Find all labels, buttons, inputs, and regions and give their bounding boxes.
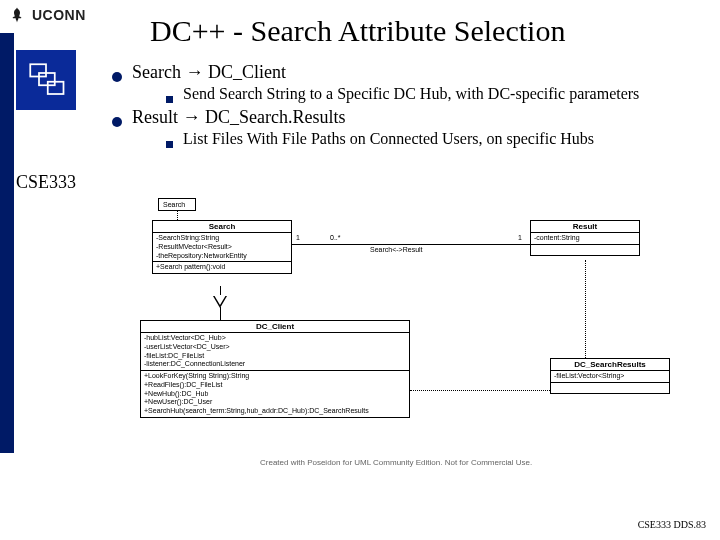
uml-diagram: Search Search -SearchString:String -Resu… bbox=[150, 198, 690, 478]
uml-attrs: -hubList:Vector<DC_Hub> -userList:Vector… bbox=[141, 333, 409, 371]
bullet-lhs: Search bbox=[132, 62, 181, 82]
slide-title: DC++ - Search Attribute Selection bbox=[150, 14, 565, 48]
bullet-content: Search → DC_Client Send Search String to… bbox=[112, 62, 712, 152]
header: UCONN bbox=[8, 6, 86, 24]
bullet-rhs: DC_Client bbox=[208, 62, 286, 82]
cse-icon bbox=[16, 50, 76, 110]
org-label: UCONN bbox=[32, 7, 86, 23]
uml-attrs: -content:String bbox=[531, 233, 639, 245]
uml-ops: +LookForKey(String String):String +ReadF… bbox=[141, 371, 409, 417]
arrow-icon: → bbox=[185, 62, 203, 82]
course-code: CSE333 bbox=[16, 172, 76, 193]
bullet-text: Result → DC_Search.Results bbox=[132, 107, 346, 128]
uml-class-name: DC_SearchResults bbox=[551, 359, 669, 371]
uml-multiplicity: 1 bbox=[518, 234, 522, 241]
uml-class-search: Search -SearchString:String -ResultMVect… bbox=[152, 220, 292, 274]
uml-ops bbox=[551, 383, 669, 393]
subbullet-search: Send Search String to a Specific DC Hub,… bbox=[166, 85, 712, 103]
side-accent-bar bbox=[0, 33, 14, 453]
oak-leaf-icon bbox=[8, 6, 26, 24]
subbullet-icon bbox=[166, 141, 173, 148]
uml-class-dcclient: DC_Client -hubList:Vector<DC_Hub> -userL… bbox=[140, 320, 410, 418]
uml-class-name: Search bbox=[153, 221, 291, 233]
uml-attrs: -SearchString:String -ResultMVector<Resu… bbox=[153, 233, 291, 262]
uml-class-result: Result -content:String bbox=[530, 220, 640, 256]
bullet-icon bbox=[112, 117, 122, 127]
uml-class-searchresults: DC_SearchResults -fileList:Vector<String… bbox=[550, 358, 670, 394]
uml-assoc-label: Search<->Result bbox=[370, 246, 423, 253]
bullet-icon bbox=[112, 72, 122, 82]
uml-association bbox=[292, 244, 530, 245]
uml-dependency bbox=[585, 260, 586, 358]
uml-multiplicity: 1 bbox=[296, 234, 300, 241]
uml-triangle-icon bbox=[214, 295, 226, 305]
uml-ops: +Search pattern():void bbox=[153, 262, 291, 273]
uml-multiplicity: 0..* bbox=[330, 234, 341, 241]
subbullet-icon bbox=[166, 96, 173, 103]
uml-class-name: Result bbox=[531, 221, 639, 233]
bullet-text: Search → DC_Client bbox=[132, 62, 286, 83]
arrow-icon: → bbox=[183, 107, 201, 127]
slide-footer: CSE333 DDS.83 bbox=[638, 519, 706, 530]
diagram-watermark: Created with Poseidon for UML Community … bbox=[260, 458, 532, 467]
bullet-rhs: DC_Search.Results bbox=[205, 107, 345, 127]
uml-connector bbox=[177, 210, 178, 220]
subbullet-text: List Files With File Paths on Connected … bbox=[183, 130, 594, 148]
bullet-lhs: Result bbox=[132, 107, 178, 127]
subbullet-text: Send Search String to a Specific DC Hub,… bbox=[183, 85, 639, 103]
uml-gen-line bbox=[220, 307, 221, 321]
subbullet-result: List Files With File Paths on Connected … bbox=[166, 130, 712, 148]
bullet-search: Search → DC_Client bbox=[112, 62, 712, 83]
bullet-result: Result → DC_Search.Results bbox=[112, 107, 712, 128]
uml-dependency bbox=[410, 390, 550, 391]
uml-ops bbox=[531, 245, 639, 255]
uml-class-name: DC_Client bbox=[141, 321, 409, 333]
uml-attrs: -fileList:Vector<String> bbox=[551, 371, 669, 383]
